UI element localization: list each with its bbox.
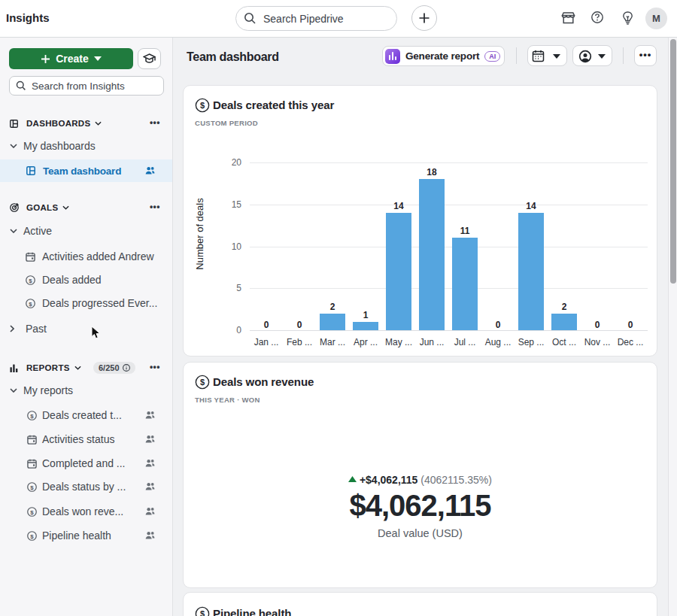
svg-text:$: $ xyxy=(30,508,34,515)
svg-text:$: $ xyxy=(30,533,34,539)
svg-text:$: $ xyxy=(200,101,205,110)
svg-text:$: $ xyxy=(30,484,34,490)
svg-text:$: $ xyxy=(200,609,205,616)
svg-text:$: $ xyxy=(29,277,32,284)
svg-text:$: $ xyxy=(30,412,34,419)
svg-text:$: $ xyxy=(200,378,205,387)
svg-text:$: $ xyxy=(29,300,32,307)
